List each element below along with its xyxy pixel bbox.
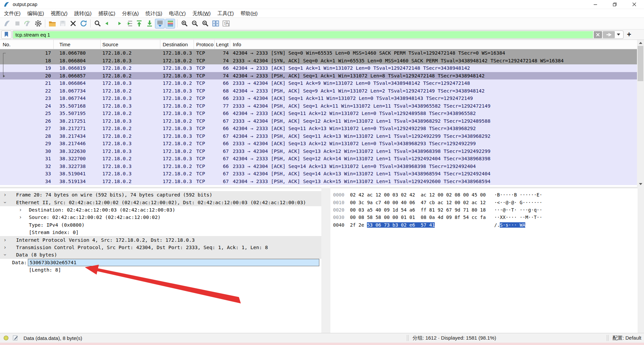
- colorize-toggle-icon[interactable]: [165, 19, 175, 28]
- title-bar: output.pcap: [0, 0, 644, 9]
- packet-row[interactable]: 2535.507195172.18.0.2172.18.0.3TCP664230…: [0, 110, 637, 117]
- menu-item[interactable]: 视图(V): [47, 9, 71, 18]
- hex-row[interactable]: 0030 00 08 58 58 00 00 01 01 08 0a 4d 09…: [333, 214, 638, 221]
- toolbar-separator: [177, 19, 177, 27]
- expert-info-icon[interactable]: [3, 335, 9, 341]
- filter-clear-button[interactable]: [594, 31, 602, 38]
- packet-list-header: No.TimeSourceDestinationProtocoLengtInfo: [0, 40, 637, 49]
- detail-row-selected[interactable]: Data: 530673b302e65741: [0, 259, 321, 266]
- column-header-lengt[interactable]: Lengt: [215, 40, 230, 49]
- menu-item[interactable]: 无线(W): [189, 9, 214, 18]
- scrollbar-thumb[interactable]: [638, 46, 643, 81]
- packet-row[interactable]: 2018.066857172.18.0.2172.18.0.3TCP744230…: [0, 72, 637, 80]
- column-header-no[interactable]: No.: [0, 40, 54, 49]
- filter-bookmark-button[interactable]: [1, 31, 11, 39]
- packet-row[interactable]: 2638.217251172.18.0.3172.18.0.2TCP672333…: [0, 117, 637, 125]
- packet-row[interactable]: 3038.322630172.18.0.3172.18.0.2TCP672333…: [0, 148, 637, 155]
- go-to-packet-icon[interactable]: [124, 19, 133, 28]
- reload-file-icon[interactable]: [78, 19, 88, 28]
- menu-item[interactable]: 跳转(G): [71, 9, 95, 18]
- collapse-arrow-icon[interactable]: ›: [2, 252, 8, 257]
- expand-arrow-icon[interactable]: ›: [18, 214, 23, 220]
- menu-item[interactable]: 工具(T): [214, 9, 237, 18]
- expand-arrow-icon[interactable]: ›: [3, 237, 7, 243]
- go-top-icon[interactable]: [134, 19, 144, 28]
- scroll-down-arrow[interactable]: [637, 181, 644, 187]
- packet-row[interactable]: 1818.066804172.18.0.3172.18.0.2TCP742333…: [0, 57, 637, 65]
- zoom-out-icon[interactable]: [190, 19, 200, 28]
- find-packet-icon[interactable]: [93, 19, 102, 28]
- detail-row[interactable]: Type: IPv4 (0x0800): [0, 221, 321, 229]
- display-filter-input[interactable]: tcp.stream eq 1: [13, 31, 593, 38]
- go-bottom-icon[interactable]: [145, 19, 154, 28]
- detail-row[interactable]: ›Transmission Control Protocol, Src Port…: [0, 244, 321, 251]
- packet-row[interactable]: 2318.067744172.18.0.3172.18.0.2TCP662333…: [0, 95, 637, 102]
- detail-row[interactable]: [Length: 8]: [0, 266, 321, 274]
- packet-row[interactable]: 3238.322738172.18.0.3172.18.0.2TCP662333…: [0, 163, 637, 170]
- filter-add-button[interactable]: +: [627, 30, 631, 39]
- column-header-time[interactable]: Time: [54, 40, 101, 49]
- autoscroll-toggle-icon[interactable]: [155, 19, 165, 28]
- open-file-icon[interactable]: [47, 19, 57, 28]
- detail-row[interactable]: ›Source: 02:42:ac:12:00:02 (02:42:ac:12:…: [0, 214, 321, 221]
- packet-row[interactable]: 2118.066864172.18.0.3172.18.0.2TCP662333…: [0, 79, 637, 87]
- capture-options-icon[interactable]: [33, 19, 43, 28]
- detail-row[interactable]: ›Data (8 bytes): [0, 251, 321, 258]
- packet-row[interactable]: 3338.519041172.18.0.3172.18.0.2TCP672333…: [0, 170, 637, 178]
- column-header-info[interactable]: Info: [230, 40, 637, 49]
- zoom-in-icon[interactable]: [179, 19, 189, 28]
- detail-row[interactable]: ›Frame 20: 74 bytes on wire (592 bits), …: [0, 191, 321, 198]
- column-header-destination[interactable]: Destination: [160, 40, 194, 49]
- go-forward-icon[interactable]: [113, 19, 123, 28]
- menu-item[interactable]: 电话(Y): [166, 9, 189, 18]
- menu-item[interactable]: 编辑(E): [24, 9, 47, 18]
- status-bar: Data (data.data), 8 byte(s) 分组: 1612 · D…: [0, 333, 644, 343]
- column-header-source[interactable]: Source: [101, 40, 160, 49]
- expand-arrow-icon[interactable]: ›: [18, 207, 23, 213]
- menu-item[interactable]: 文件(F): [1, 9, 24, 18]
- detail-row[interactable]: ›Internet Protocol Version 4, Src: 172.1…: [0, 236, 321, 243]
- close-file-icon[interactable]: [68, 19, 78, 28]
- scroll-up-arrow[interactable]: [637, 40, 644, 46]
- detail-row[interactable]: [Stream index: 0]: [0, 229, 321, 236]
- wireshark-window: output.pcap 文件(F)编辑(E)视图(V)跳转(G)捕获(C)分析(…: [0, 0, 644, 345]
- packet-row[interactable]: 2938.217446172.18.0.3172.18.0.2TCP662333…: [0, 140, 637, 148]
- packet-row[interactable]: 2435.507168172.18.0.3172.18.0.2TCP772333…: [0, 102, 637, 110]
- packet-row[interactable]: 2838.217434172.18.0.2172.18.0.3TCP674230…: [0, 132, 637, 140]
- save-file-icon: [58, 19, 67, 28]
- packet-row[interactable]: 3138.322700172.18.0.2172.18.0.3TCP674230…: [0, 155, 637, 163]
- filter-dropdown-caret[interactable]: [617, 34, 620, 36]
- hex-row[interactable]: 0040 2f 2e 53 06 73 b3 02 e6 57 41 /.S·s…: [333, 221, 638, 229]
- capture-restart-icon: [23, 19, 33, 28]
- collapse-arrow-icon[interactable]: ›: [2, 200, 8, 205]
- status-profile[interactable]: 配置: Default: [612, 335, 641, 341]
- close-button[interactable]: [625, 0, 644, 9]
- packet-row[interactable]: 1718.066780172.18.0.2172.18.0.3TCP744230…: [0, 49, 637, 57]
- expand-arrow-icon[interactable]: ›: [3, 244, 7, 250]
- layout-columns-icon[interactable]: 123: [221, 19, 231, 28]
- packet-list-pane: No.TimeSourceDestinationProtocoLengtInfo…: [0, 40, 637, 187]
- packet-row[interactable]: 1918.066819172.18.0.2172.18.0.3TCP664230…: [0, 64, 637, 72]
- packet-row[interactable]: 2738.217271172.18.0.2172.18.0.3TCP664230…: [0, 125, 637, 132]
- capture-comment-icon[interactable]: [13, 335, 18, 341]
- packet-row[interactable]: 2218.067734172.18.0.2172.18.0.3TCP684230…: [0, 87, 637, 95]
- resize-columns-icon[interactable]: [211, 19, 220, 28]
- hex-row[interactable]: 0010 00 3c 9a c7 40 00 40 06 47 cb ac 12…: [333, 198, 638, 206]
- maximize-restore-button[interactable]: [605, 0, 625, 9]
- hex-row[interactable]: 0020 00 03 a5 40 09 1d 54 a6 ff 81 92 67…: [333, 206, 638, 214]
- column-header-protoco[interactable]: Protoco: [194, 40, 215, 49]
- minimize-button[interactable]: [586, 0, 605, 9]
- packet-row[interactable]: 3438.519134172.18.0.2172.18.0.3TCP674230…: [0, 178, 637, 185]
- zoom-reset-icon[interactable]: [200, 19, 210, 28]
- expand-arrow-icon[interactable]: ›: [3, 192, 7, 198]
- filter-apply-button[interactable]: [603, 31, 615, 38]
- menu-item[interactable]: 分析(A): [119, 9, 142, 18]
- hex-row[interactable]: 0000 02 42 ac 12 00 03 02 42 ac 12 00 02…: [333, 191, 638, 198]
- menu-item[interactable]: 帮助(H): [237, 9, 261, 18]
- menu-item[interactable]: 统计(S): [142, 9, 166, 18]
- detail-row[interactable]: ›Ethernet II, Src: 02:42:ac:12:00:02 (02…: [0, 198, 321, 206]
- go-back-icon[interactable]: [103, 19, 113, 28]
- detail-row[interactable]: ›Destination: 02:42:ac:12:00:03 (02:42:a…: [0, 206, 321, 214]
- menu-item[interactable]: 捕获(C): [95, 9, 119, 18]
- packet-list-scrollbar[interactable]: [637, 40, 644, 187]
